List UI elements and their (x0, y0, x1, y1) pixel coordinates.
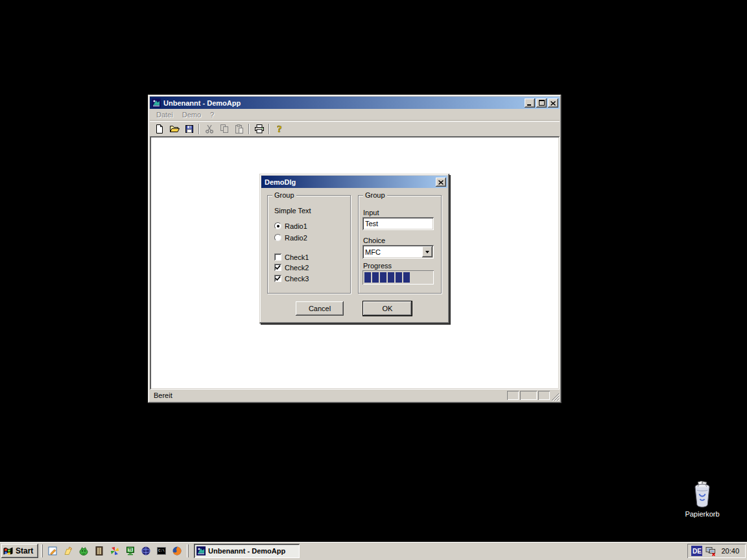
toolbar: ? (150, 121, 560, 136)
radio1-label: Radio1 (285, 222, 307, 230)
svg-text:?: ? (277, 124, 282, 134)
hand-write-icon[interactable] (61, 544, 75, 558)
close-icon (438, 178, 444, 186)
progress-chunk (380, 272, 386, 283)
notes-icon[interactable] (45, 544, 60, 558)
language-indicator[interactable]: DE (691, 546, 702, 556)
group-left: Group Simple Text Radio1 Radio2 Check1 C… (267, 195, 351, 294)
terminal-services-icon[interactable]: TS (123, 544, 137, 558)
toolbar-separator (248, 124, 250, 134)
clock[interactable]: 20:40 (719, 547, 739, 555)
new-toolbar-button[interactable] (152, 122, 167, 136)
choice-combobox[interactable]: MFC (362, 245, 434, 259)
close-button[interactable] (548, 99, 558, 108)
check1-label: Check1 (285, 253, 309, 261)
check2[interactable]: Check2 (274, 263, 309, 272)
app-title: Unbenannt - DemoApp (163, 99, 523, 107)
taskbar-app-label: Unbenannt - DemoApp (208, 547, 285, 555)
svg-text:TS: TS (128, 548, 132, 552)
recycle-bin[interactable]: Papierkorb (681, 481, 724, 518)
checkbox-icon (274, 264, 281, 271)
taskbar-grip[interactable] (187, 544, 189, 557)
quick-launch: TSC:\ (45, 544, 184, 558)
globe-icon[interactable] (139, 544, 153, 558)
checkbox-icon (274, 253, 281, 261)
progress-label: Progress (363, 262, 392, 270)
radio-icon (274, 234, 281, 241)
choice-label: Choice (363, 237, 385, 244)
minimize-button[interactable] (525, 99, 535, 108)
statusbar: Bereit (150, 390, 560, 401)
app-titlebar[interactable]: Unbenannt - DemoApp (150, 97, 560, 109)
maximize-button[interactable] (536, 99, 547, 108)
group-right: Group Input Choice MFC Progress (358, 195, 442, 294)
checkbox-icon (274, 275, 281, 282)
resize-grip[interactable] (551, 391, 560, 401)
check3[interactable]: Check3 (274, 274, 309, 283)
pinwheel-icon[interactable] (108, 544, 122, 558)
check3-label: Check3 (285, 275, 309, 283)
cancel-button[interactable]: Cancel (296, 301, 344, 316)
input-label: Input (363, 209, 379, 216)
maximize-icon (539, 99, 545, 107)
group-left-label: Group (272, 191, 296, 199)
ok-label: OK (383, 305, 393, 312)
caption-buttons (525, 99, 558, 108)
help-toolbar-button[interactable]: ? (272, 122, 287, 136)
book-icon[interactable] (92, 544, 106, 558)
input-field[interactable] (362, 217, 434, 230)
app-icon (151, 98, 161, 108)
choice-value: MFC (362, 248, 422, 256)
status-panel (538, 391, 550, 400)
cut-toolbar-button (202, 122, 217, 136)
status-panel (520, 391, 537, 400)
menu-demo: Demo (178, 110, 206, 120)
status-panels (507, 391, 550, 400)
ok-button[interactable]: OK (362, 301, 412, 316)
toolbar-separator (268, 124, 270, 134)
print-toolbar-button[interactable] (252, 122, 267, 136)
check2-label: Check2 (285, 264, 309, 272)
start-button[interactable]: Start (1, 544, 38, 558)
radio2[interactable]: Radio2 (274, 233, 307, 242)
taskbar: Start TSC:\ Unbenannt - DemoApp DE 20:40 (0, 542, 747, 560)
recycle-bin-label: Papierkorb (681, 510, 724, 518)
command-prompt-icon[interactable]: C:\ (154, 544, 169, 558)
demo-dialog: DemoDlg Group Simple Text Radio1 Radio2 … (259, 174, 449, 323)
taskbar-grip[interactable] (41, 544, 43, 557)
status-text: Bereit (150, 391, 507, 399)
dialog-title: DemoDlg (263, 178, 434, 186)
network-offline-icon[interactable] (706, 546, 716, 556)
radio2-label: Radio2 (285, 234, 307, 242)
progress-chunk (372, 272, 379, 283)
firefox-icon[interactable] (170, 544, 184, 558)
chevron-down-icon (425, 251, 429, 253)
menu-help: ? (206, 110, 219, 120)
minimize-icon (527, 99, 532, 107)
combo-dropdown-button[interactable] (422, 246, 433, 257)
save-toolbar-button[interactable] (182, 122, 196, 136)
start-label: Start (16, 546, 33, 555)
paste-toolbar-button (231, 122, 246, 136)
progress-bar (362, 270, 434, 285)
taskbar-app-button[interactable]: Unbenannt - DemoApp (194, 544, 300, 558)
status-panel (507, 391, 519, 400)
check1[interactable]: Check1 (274, 253, 309, 261)
recycle-bin-icon (691, 481, 714, 508)
group-right-label: Group (363, 191, 387, 199)
dragon-icon[interactable] (77, 544, 91, 558)
menu-datei: Datei (152, 110, 178, 120)
progress-chunk (403, 272, 410, 283)
dialog-titlebar[interactable]: DemoDlg (261, 176, 447, 188)
toolbar-separator (198, 124, 200, 134)
close-icon (551, 99, 556, 107)
progress-chunk (388, 272, 394, 283)
radio1[interactable]: Radio1 (274, 222, 307, 230)
windows-flag-icon (3, 546, 14, 556)
desktop: { "desktop": { "recycle_bin_label": "Pap… (0, 0, 747, 560)
app-icon (196, 546, 206, 556)
open-toolbar-button[interactable] (167, 122, 182, 136)
dialog-close-button[interactable] (436, 178, 446, 187)
radio-icon (274, 222, 281, 229)
progress-chunk (396, 272, 402, 283)
